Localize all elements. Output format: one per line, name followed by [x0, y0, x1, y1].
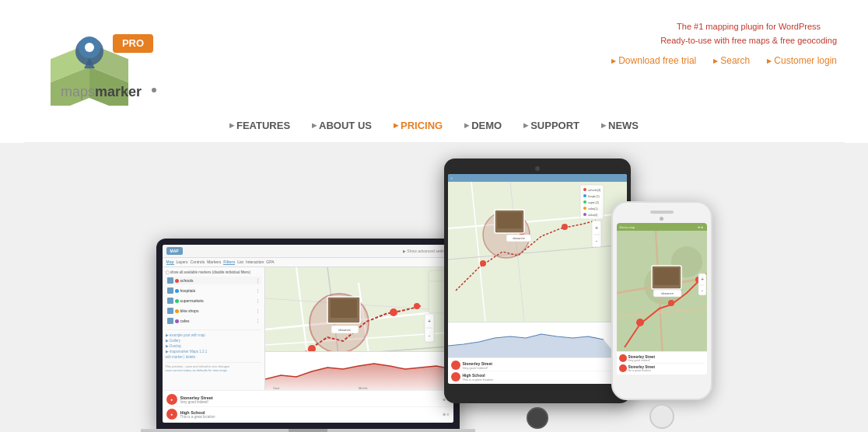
- list-item-1: ● Stonerley Street Very good indeed! ⊕ ≡: [166, 392, 450, 407]
- nav-support[interactable]: ▶ SUPPORT: [523, 120, 579, 131]
- svg-text:PRO: PRO: [122, 37, 144, 49]
- layer-schools-label: schools: [180, 278, 194, 283]
- nav-demo[interactable]: ▶ DEMO: [464, 120, 502, 131]
- laptop-tab-active: MAP: [166, 247, 183, 255]
- svg-point-61: [583, 200, 586, 204]
- laptop-mockup: MAP ▶ Show advanced settings Map Layers …: [156, 239, 475, 432]
- layer-row-supermarkets: supermarkets ⋮: [166, 297, 261, 305]
- svg-point-47: [562, 224, 568, 230]
- top-nav: ▶ Download free trial ▶ Search ▶ Custome…: [611, 55, 837, 66]
- login-label: Customer login: [774, 55, 837, 66]
- search-label: Search: [720, 55, 750, 66]
- phone-list-2-sub: No a great location: [628, 369, 656, 372]
- svg-text:Start: Start: [273, 386, 280, 390]
- about-play-icon: ▶: [312, 122, 317, 129]
- phone-body: Demo map ⊕ ⊕: [611, 201, 712, 400]
- tab-layers: Layers: [177, 260, 188, 265]
- svg-point-65: [583, 213, 586, 216]
- features-play-icon: ▶: [229, 122, 234, 129]
- tagline-line2: Ready-to-use with free maps & free geoco…: [660, 34, 837, 48]
- layer-supermarkets-label: supermarkets: [180, 298, 204, 303]
- layer-row-bikeshops: bike shops ⋮: [166, 307, 261, 315]
- devices-container: MAP ▶ Show advanced settings Map Layers …: [0, 159, 868, 432]
- sidebar-preview-note: This preview - save and reload to see ch…: [166, 362, 261, 372]
- logo-area: PRO mapsmarker: [23, 12, 179, 106]
- tagline-line1: The #1 mapping plugin for WordPress: [660, 20, 837, 34]
- svg-point-24: [414, 303, 420, 309]
- tab-map: Map: [166, 260, 174, 265]
- tablet-list: Stonerley Street Very good indeed! ⊕ Hig…: [448, 357, 627, 384]
- sidebar-links: ▶ example post with map ▶ Gallery ▶ Over…: [166, 329, 261, 359]
- tablet-map: shawnee + - schools(3) hospit.(1) super.…: [448, 182, 627, 357]
- svg-rect-49: [497, 212, 522, 228]
- download-link[interactable]: ▶ Download free trial: [611, 55, 696, 66]
- tablet-elevation: [448, 322, 627, 357]
- svg-point-63: [583, 207, 586, 210]
- svg-text:+: +: [427, 319, 430, 324]
- laptop-base: [141, 429, 475, 432]
- laptop-map-area: shawnee + -: [265, 267, 453, 390]
- nav-news[interactable]: ▶ NEWS: [601, 120, 639, 131]
- phone-home-btn: [649, 404, 674, 429]
- nav-pricing[interactable]: ▶ PRICING: [394, 120, 443, 131]
- news-play-icon: ▶: [601, 122, 606, 129]
- svg-text:shawnee: shawnee: [338, 328, 351, 332]
- tablet-mockup: ≡: [444, 159, 631, 429]
- laptop-advanced-btn: ▶ Show advanced settings: [403, 249, 450, 253]
- svg-point-57: [583, 188, 586, 191]
- nav-features[interactable]: ▶ FEATURES: [229, 120, 290, 131]
- laptop-notch: [289, 429, 327, 432]
- tablet-list-1-sub: Very good indeed!: [463, 366, 492, 370]
- login-play-icon: ▶: [767, 57, 772, 64]
- tablet-topbar: ≡: [448, 174, 627, 182]
- layer-hospitals-label: hospitals: [180, 288, 196, 293]
- layer-row-hospitals: hospitals ⋮: [166, 287, 261, 294]
- svg-point-75: [636, 319, 644, 326]
- svg-rect-79: [654, 268, 679, 285]
- svg-point-23: [390, 308, 397, 316]
- show-markers-label: ▢ show all available markers (disable in…: [166, 270, 261, 274]
- svg-text:cafes(1): cafes(1): [588, 207, 598, 211]
- list-item-2: ● High School This is a great location ⊕…: [166, 407, 450, 421]
- demo-play-icon: ▶: [464, 122, 469, 129]
- svg-point-8: [85, 43, 94, 52]
- svg-text:Middle: Middle: [359, 386, 369, 390]
- hero-section: MAP ▶ Show advanced settings Map Layers …: [0, 143, 868, 432]
- layer-row-cafes: cafes ⋮: [166, 317, 261, 325]
- svg-text:hospit.(1): hospit.(1): [588, 195, 600, 198]
- download-label: Download free trial: [618, 55, 696, 66]
- svg-point-76: [668, 300, 674, 306]
- tablet-home-btn: [527, 407, 548, 429]
- header-right: The #1 mapping plugin for WordPress Read…: [611, 12, 837, 66]
- svg-text:shawnee: shawnee: [512, 236, 525, 240]
- phone-screen: Demo map ⊕ ⊕: [617, 223, 707, 375]
- search-link[interactable]: ▶ Search: [713, 55, 750, 66]
- support-play-icon: ▶: [523, 122, 528, 129]
- tab-controls: Controls: [191, 260, 205, 265]
- layer-row-schools: schools ⋮: [166, 277, 261, 284]
- svg-text:+: +: [594, 225, 597, 231]
- svg-text:clubs(4): clubs(4): [588, 214, 597, 217]
- svg-text:super.(2): super.(2): [588, 201, 599, 204]
- laptop-body: MAP ▶ Show advanced settings Map Layers …: [156, 239, 460, 429]
- laptop-topbar: MAP ▶ Show advanced settings: [163, 245, 453, 258]
- laptop-screen: MAP ▶ Show advanced settings Map Layers …: [163, 245, 453, 423]
- site-header: PRO mapsmarker The #1 mapping plugin for…: [0, 0, 868, 143]
- svg-text:schools(3): schools(3): [588, 189, 600, 192]
- search-play-icon: ▶: [713, 57, 718, 64]
- nav-about[interactable]: ▶ ABOUT US: [312, 120, 372, 131]
- tablet-camera: [535, 166, 540, 171]
- layer-bikeshops-label: bike shops: [180, 308, 199, 313]
- tab-filters: Filters: [223, 260, 235, 265]
- tablet-screen: ≡: [448, 174, 627, 384]
- header-top: PRO mapsmarker The #1 mapping plugin for…: [0, 0, 868, 106]
- phone-speaker: [650, 211, 674, 214]
- pricing-play-icon: ▶: [394, 122, 398, 129]
- laptop-content: ▢ show all available markers (disable in…: [163, 267, 453, 390]
- main-nav: ▶ FEATURES ▶ ABOUT US ▶ PRICING ▶ DEMO ▶…: [23, 109, 845, 143]
- login-link[interactable]: ▶ Customer login: [767, 55, 837, 66]
- phone-list-1: Stonerley Street: [628, 355, 656, 359]
- tab-interaction: Interaction: [246, 260, 264, 265]
- phone-mockup: Demo map ⊕ ⊕: [611, 201, 712, 429]
- tablet-body: ≡: [444, 159, 631, 403]
